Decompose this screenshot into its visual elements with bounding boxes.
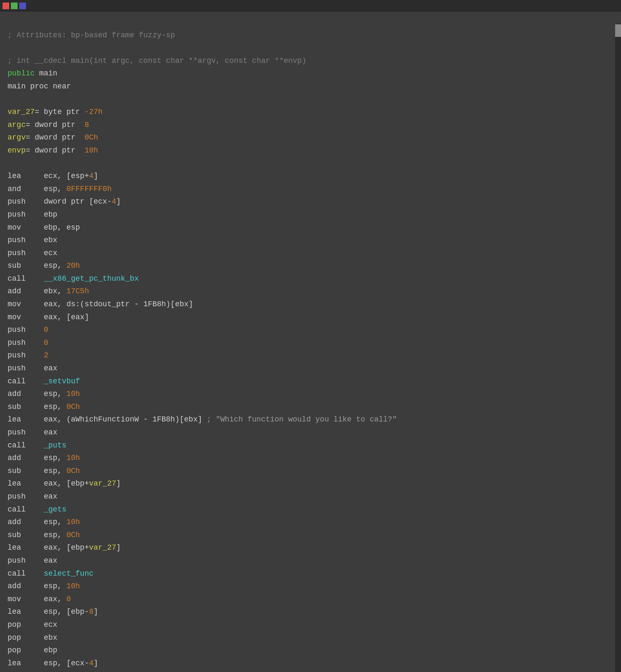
code-line: and esp, 0FFFFFFF0h (8, 183, 613, 196)
code-line (8, 16, 613, 29)
code-line: retn (8, 669, 613, 672)
code-line (8, 93, 613, 106)
code-line: add esp, 10h (8, 580, 613, 593)
code-line: pop ecx (8, 618, 613, 631)
code-line: call _puts (8, 439, 613, 452)
code-line: call select_func (8, 567, 613, 580)
code-line: var_27= byte ptr -27h (8, 106, 613, 119)
code-line: mov ebp, esp (8, 221, 613, 234)
code-line: push ebp (8, 208, 613, 221)
code-line: lea eax, [ebp+var_27] (8, 541, 613, 554)
code-line: ; int __cdecl main(int argc, const char … (8, 54, 613, 67)
code-line: main proc near (8, 80, 613, 93)
code-line: push eax (8, 490, 613, 503)
code-line: sub esp, 0Ch (8, 401, 613, 414)
code-line (8, 41, 613, 54)
code-line: push eax (8, 362, 613, 375)
code-line: push eax (8, 426, 613, 439)
icon-red (3, 3, 9, 9)
code-line: argc= dword ptr 8 (8, 119, 613, 132)
code-line: lea ecx, [esp+4] (8, 170, 613, 183)
code-line: push 2 (8, 349, 613, 362)
code-line: call __x86_get_pc_thunk_bx (8, 272, 613, 285)
code-line: lea esp, [ebp-8] (8, 605, 613, 618)
scrollbar-thumb[interactable] (615, 24, 621, 37)
code-line: mov eax, ds:(stdout_ptr - 1FB8h)[ebx] (8, 298, 613, 311)
code-line: add esp, 10h (8, 452, 613, 465)
code-line: push ebx (8, 234, 613, 247)
code-line: push eax (8, 554, 613, 567)
code-line: sub esp, 0Ch (8, 529, 613, 542)
code-line: call _gets (8, 503, 613, 516)
code-line: call _setvbuf (8, 375, 613, 388)
code-line: push dword ptr [ecx-4] (8, 195, 613, 208)
code-line: envp= dword ptr 10h (8, 144, 613, 157)
code-line: argv= dword ptr 0Ch (8, 131, 613, 144)
code-line: push ecx (8, 247, 613, 260)
code-line: add esp, 10h (8, 516, 613, 529)
code-line: pop ebp (8, 644, 613, 657)
code-line: pop ebx (8, 631, 613, 644)
code-line: lea eax, (aWhichFunctionW - 1FB8h)[ebx] … (8, 413, 613, 426)
scrollbar[interactable] (615, 23, 621, 672)
code-line: mov eax, 0 (8, 593, 613, 606)
icon-blue (19, 3, 26, 9)
code-content: ; Attributes: bp-based frame fuzzy-sp ; … (0, 12, 621, 672)
code-line (8, 157, 613, 170)
code-line: lea eax, [ebp+var_27] (8, 477, 613, 490)
code-line: public main (8, 67, 613, 80)
code-line: push 0 (8, 336, 613, 349)
icon-green (11, 3, 18, 9)
code-line: add esp, 10h (8, 388, 613, 401)
code-line: mov eax, [eax] (8, 311, 613, 324)
code-line: push 0 (8, 323, 613, 336)
code-line: ; Attributes: bp-based frame fuzzy-sp (8, 29, 613, 42)
code-line: add ebx, 17C5h (8, 285, 613, 298)
code-line: sub esp, 20h (8, 259, 613, 272)
code-line: sub esp, 0Ch (8, 465, 613, 478)
title-bar (0, 0, 621, 12)
code-line: lea esp, [ecx-4] (8, 657, 613, 670)
